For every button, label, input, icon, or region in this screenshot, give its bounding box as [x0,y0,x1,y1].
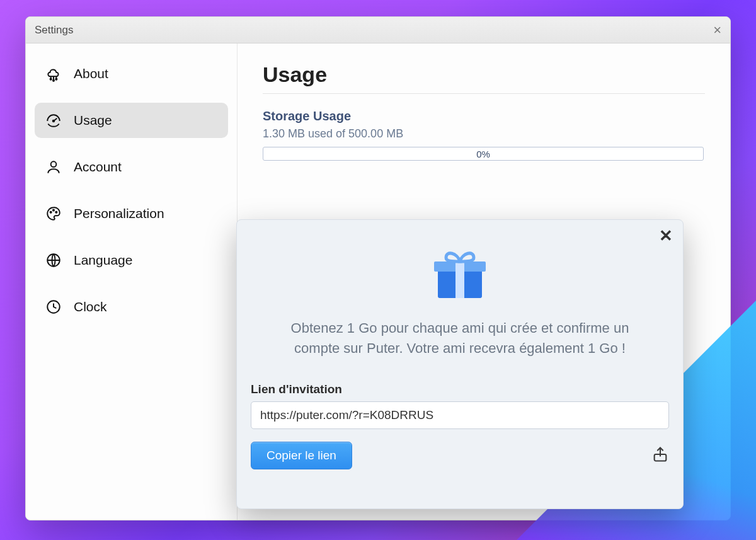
sidebar-item-about[interactable]: About [35,56,228,91]
sidebar-item-label: Personalization [74,206,164,221]
svg-point-3 [53,120,55,122]
referral-description: Obtenez 1 Go pour chaque ami qui crée et… [251,318,669,359]
sidebar-item-personalization[interactable]: Personalization [35,196,228,231]
svg-rect-12 [455,261,464,298]
window-title: Settings [35,24,713,37]
svg-point-5 [50,212,52,213]
sidebar-item-label: Clock [74,299,107,314]
share-icon[interactable] [651,445,669,466]
sidebar-item-label: Language [74,253,132,268]
storage-usage-detail: 1.30 MB used of 500.00 MB [263,127,705,141]
divider [263,93,705,94]
sidebar-item-label: Account [74,159,122,175]
page-title: Usage [263,62,705,87]
sidebar-item-label: About [74,66,108,81]
svg-point-1 [53,80,54,81]
titlebar: Settings × [26,17,730,43]
person-icon [45,158,62,176]
copy-link-button[interactable]: Copier le lien [251,442,352,469]
clock-icon [45,298,62,316]
sidebar-item-language[interactable]: Language [35,243,228,278]
storage-progress-bar: 0% [263,147,704,161]
sidebar: About Usage Account [26,43,238,520]
svg-point-6 [53,210,54,211]
gauge-icon [45,112,62,129]
storage-usage-title: Storage Usage [263,109,705,124]
svg-point-0 [50,79,52,80]
sidebar-item-label: Usage [74,113,112,128]
storage-percent-label: 0% [476,149,490,159]
sidebar-item-clock[interactable]: Clock [35,289,228,325]
invitation-link-input[interactable] [251,401,669,429]
invitation-link-label: Lien d'invitation [251,382,669,396]
close-icon[interactable]: × [713,23,721,37]
globe-icon [45,251,62,269]
sidebar-item-usage[interactable]: Usage [35,103,228,138]
svg-point-2 [55,79,57,80]
svg-point-7 [55,212,57,213]
cloud-network-icon [45,65,62,83]
referral-modal: ✕ Obtenez 1 Go pour chaque ami qui crée … [236,219,684,509]
gift-icon [251,238,669,307]
modal-close-icon[interactable]: ✕ [659,226,673,246]
svg-point-4 [51,161,57,167]
sidebar-item-account[interactable]: Account [35,149,228,185]
palette-icon [45,205,62,222]
